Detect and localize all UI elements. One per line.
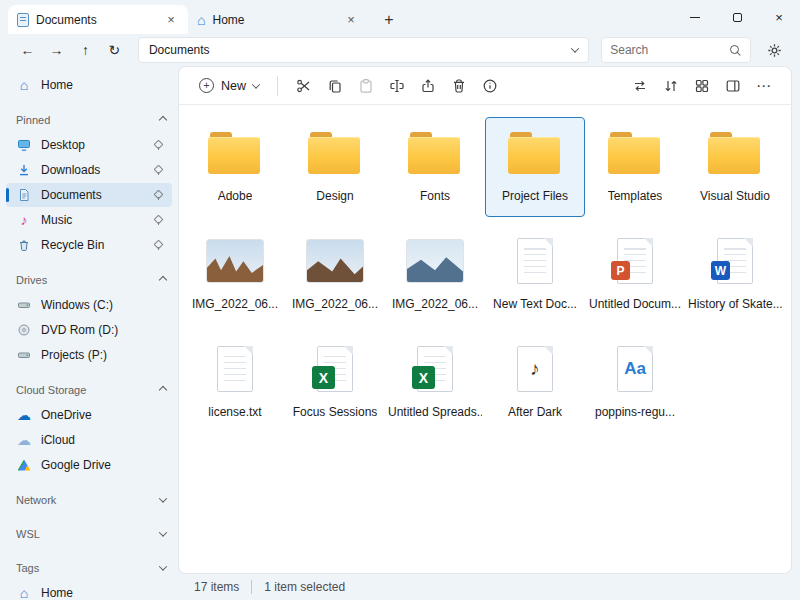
home-tab-icon: ⌂ (197, 13, 205, 27)
sidebar-section-wsl[interactable]: WSL (6, 523, 166, 545)
copy-button[interactable] (319, 71, 350, 101)
icloud-cloud-icon: ☁ (16, 432, 32, 448)
file-tile-license-txt[interactable]: license.txt (185, 333, 285, 433)
file-tile-new-text-doc[interactable]: New Text Doc... (485, 225, 585, 325)
tab-label: Home (212, 13, 336, 27)
chevron-down-icon[interactable] (159, 562, 167, 570)
sidebar-item-home-bottom[interactable]: ⌂ Home (6, 581, 172, 600)
sidebar-item-desktop[interactable]: Desktop (6, 133, 172, 157)
tab-documents[interactable]: Documents × (8, 5, 188, 34)
view-button[interactable] (686, 71, 717, 101)
file-tile-fonts[interactable]: Fonts (385, 117, 485, 217)
file-tile-adobe[interactable]: Adobe (185, 117, 285, 217)
sidebar-section-drives[interactable]: Drives (6, 269, 166, 291)
google-drive-icon (16, 457, 32, 473)
maximize-button[interactable] (716, 0, 758, 34)
search-input[interactable] (610, 43, 729, 57)
photo-thumbnail (306, 239, 364, 283)
up-button[interactable]: ↑ (72, 37, 99, 63)
pin-icon (153, 140, 164, 151)
sidebar-item-dvd-d[interactable]: DVD Rom (D:) (6, 318, 172, 342)
sidebar-item-projects-p[interactable]: Projects (P:) (6, 343, 172, 367)
file-tile-visual-studio[interactable]: Visual Studio (685, 117, 785, 217)
plus-icon: + (199, 78, 214, 93)
new-button[interactable]: + New (191, 74, 267, 97)
file-tile-untitled-document[interactable]: P Untitled Docum... (585, 225, 685, 325)
file-name: Untitled Spreads... (388, 405, 482, 419)
tab-close-icon[interactable]: × (343, 12, 359, 27)
powerpoint-icon: P (617, 238, 653, 284)
file-tile-img2[interactable]: IMG_2022_06... (285, 225, 385, 325)
properties-button[interactable] (474, 71, 505, 101)
share-icon (420, 78, 436, 94)
toolbar-right-group: ⋯ (624, 71, 779, 101)
back-button[interactable]: ← (14, 37, 41, 63)
grid-view-icon (694, 78, 710, 94)
word-icon: W (717, 238, 753, 284)
paste-button[interactable] (350, 71, 381, 101)
file-tile-design[interactable]: Design (285, 117, 385, 217)
file-tile-focus-sessions[interactable]: X Focus Sessions (285, 333, 385, 433)
share-button[interactable] (412, 71, 443, 101)
file-name: Adobe (218, 189, 253, 203)
tab-home[interactable]: ⌂ Home × (188, 5, 368, 34)
sidebar-section-network[interactable]: Network (6, 489, 166, 511)
details-pane-button[interactable] (717, 71, 748, 101)
file-tile-templates[interactable]: Templates (585, 117, 685, 217)
sidebar-section-tags[interactable]: Tags (6, 557, 166, 579)
sidebar-section-pinned[interactable]: Pinned (6, 109, 166, 131)
minimize-button[interactable] (674, 0, 716, 34)
forward-button[interactable]: → (43, 37, 70, 63)
sidebar-item-windows-c[interactable]: Windows (C:) (6, 293, 172, 317)
file-tile-img3[interactable]: IMG_2022_06... (385, 225, 485, 325)
chevron-down-icon[interactable] (159, 494, 167, 502)
chevron-down-icon[interactable] (571, 44, 579, 52)
new-tab-button[interactable]: + (378, 11, 400, 29)
sidebar: ⌂ Home Pinned Desktop Downloads Docume (0, 66, 178, 600)
file-tile-untitled-spreadsheet[interactable]: X Untitled Spreads... (385, 333, 485, 433)
sync-button[interactable] (624, 71, 655, 101)
sidebar-item-google-drive[interactable]: Google Drive (6, 453, 172, 477)
see-more-button[interactable]: ⋯ (748, 71, 779, 101)
file-tile-project-files[interactable]: Project Files (485, 117, 585, 217)
item-count: 17 items (194, 580, 239, 594)
close-button[interactable]: × (758, 0, 800, 34)
sidebar-item-icloud[interactable]: ☁ iCloud (6, 428, 172, 452)
file-tile-after-dark[interactable]: ♪ After Dark (485, 333, 585, 433)
sidebar-section-cloud-storage[interactable]: Cloud Storage (6, 379, 166, 401)
file-name: Project Files (502, 189, 568, 203)
chevron-up-icon[interactable] (159, 116, 167, 124)
tab-close-icon[interactable]: × (163, 12, 179, 27)
info-icon (482, 78, 498, 94)
file-name: license.txt (208, 405, 261, 419)
rename-button[interactable] (381, 71, 412, 101)
cut-button[interactable] (288, 71, 319, 101)
settings-button[interactable] (761, 37, 788, 63)
delete-button[interactable] (443, 71, 474, 101)
status-bar: 17 items 1 item selected (178, 574, 792, 600)
sidebar-item-onedrive[interactable]: ☁ OneDrive (6, 403, 172, 427)
excel-badge: X (312, 366, 335, 389)
sidebar-item-documents[interactable]: Documents (6, 183, 172, 207)
sidebar-item-music[interactable]: ♪ Music (6, 208, 172, 232)
sort-button[interactable] (655, 71, 686, 101)
file-tile-poppins-regular[interactable]: Aa poppins-regu... (585, 333, 685, 433)
address-bar[interactable]: Documents (138, 37, 589, 63)
search-box[interactable] (601, 37, 751, 63)
file-tile-img1[interactable]: IMG_2022_06... (185, 225, 285, 325)
excel-icon: X (417, 346, 453, 392)
search-icon[interactable] (729, 44, 742, 57)
sidebar-item-recycle-bin[interactable]: Recycle Bin (6, 233, 172, 257)
sidebar-item-downloads[interactable]: Downloads (6, 158, 172, 182)
file-name: IMG_2022_06... (192, 297, 278, 311)
sidebar-item-home[interactable]: ⌂ Home (6, 73, 172, 97)
refresh-button[interactable]: ↻ (101, 37, 128, 63)
file-tile-history-of-skate[interactable]: W History of Skate... (685, 225, 785, 325)
chevron-up-icon[interactable] (159, 386, 167, 394)
chevron-down-icon[interactable] (159, 528, 167, 536)
file-name: Templates (608, 189, 663, 203)
folder-icon (708, 132, 762, 174)
file-name: IMG_2022_06... (292, 297, 378, 311)
excel-icon: X (317, 346, 353, 392)
chevron-up-icon[interactable] (159, 276, 167, 284)
